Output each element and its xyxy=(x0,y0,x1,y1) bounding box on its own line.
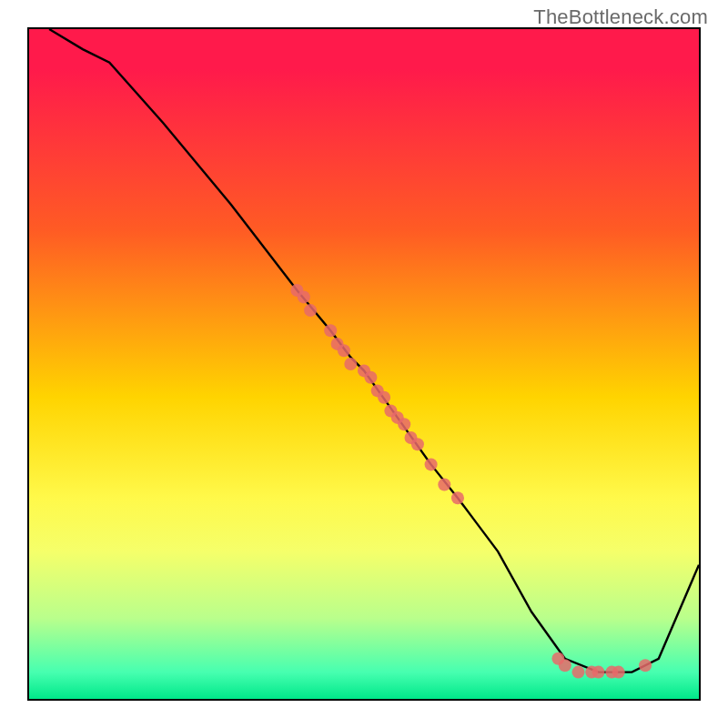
scatter-point xyxy=(559,659,571,672)
scatter-group-dots xyxy=(290,284,652,679)
scatter-point xyxy=(378,391,390,404)
scatter-point xyxy=(438,479,450,491)
scatter-point xyxy=(425,458,438,470)
scatter-point xyxy=(639,659,652,672)
scatter-point xyxy=(344,358,357,370)
scatter-point xyxy=(612,666,625,679)
line-series-curve xyxy=(49,29,699,672)
scatter-point xyxy=(364,371,377,384)
scatter-point xyxy=(411,438,424,450)
chart-svg xyxy=(29,29,699,699)
scatter-point xyxy=(338,344,350,357)
scatter-point xyxy=(398,418,410,430)
chart-container: TheBottleneck.com xyxy=(0,0,728,728)
scatter-point xyxy=(451,491,464,504)
scatter-point xyxy=(304,304,317,317)
scatter-point xyxy=(572,666,585,679)
scatter-point xyxy=(592,666,605,679)
scatter-point xyxy=(298,290,310,303)
scatter-point xyxy=(324,324,337,337)
watermark-text: TheBottleneck.com xyxy=(533,5,708,29)
plot-area xyxy=(27,27,701,701)
